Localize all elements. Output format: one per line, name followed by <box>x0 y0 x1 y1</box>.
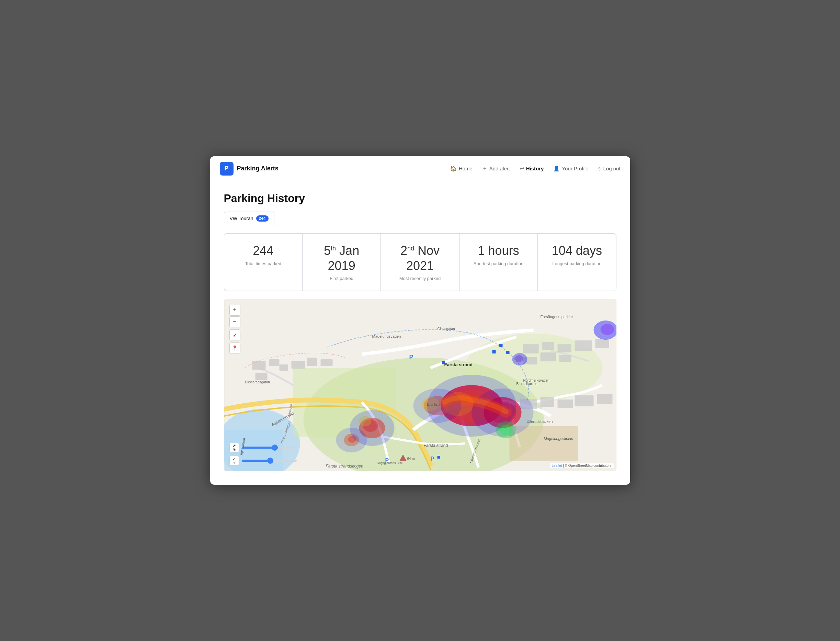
logout-icon: ⎋ <box>598 166 601 171</box>
page-title: Parking History <box>224 192 616 205</box>
add-icon: ＋ <box>482 165 487 172</box>
stat-shortest: 1 hours Shortest parking duration <box>460 234 538 290</box>
nav-profile[interactable]: 👤 Your Profile <box>553 166 588 172</box>
tab-label: VW Touran <box>230 216 253 221</box>
nav-home-label: Home <box>459 166 473 171</box>
stat-longest-value: 104 days <box>545 243 609 258</box>
nav-add-label: Add alert <box>489 166 510 171</box>
svg-rect-44 <box>492 350 496 353</box>
home-icon: 🏠 <box>450 166 457 172</box>
svg-rect-16 <box>574 340 592 351</box>
svg-point-72 <box>600 324 614 335</box>
svg-rect-17 <box>595 339 609 348</box>
slider1-track[interactable] <box>242 446 297 449</box>
zoom-out-button[interactable]: − <box>229 316 240 327</box>
slider-row-2: ⤢⤡ <box>229 456 297 465</box>
stat-recent-parked: 2nd Nov2021 Most recently parked <box>381 234 459 290</box>
nav-logout-label: Log out <box>603 166 620 171</box>
zoom-in-button[interactable]: + <box>229 305 240 316</box>
svg-text:P: P <box>430 456 434 462</box>
stat-first-value: 5th Jan 2019 <box>309 243 373 273</box>
svg-text:Forsängens parklek: Forsängens parklek <box>540 315 573 319</box>
app-window: P Parking Alerts 🏠 Home ＋ Add alert ↩ Hi… <box>210 156 630 484</box>
tabs: VW Touran 244 <box>224 212 616 225</box>
nav-home[interactable]: 🏠 Home <box>450 166 473 172</box>
svg-rect-11 <box>307 358 317 366</box>
stat-longest-label: Longest parking duration <box>545 261 609 266</box>
leaflet-link[interactable]: Leaflet <box>552 464 562 467</box>
slider1-thumb[interactable] <box>272 445 278 451</box>
svg-text:Brunksb...: Brunksb... <box>427 403 443 406</box>
svg-point-70 <box>500 425 512 435</box>
svg-rect-25 <box>597 394 612 404</box>
nav-links: 🏠 Home ＋ Add alert ↩ History 👤 Your Prof… <box>450 165 621 172</box>
logo-text: P <box>224 165 229 172</box>
stat-first-parked: 5th Jan 2019 First parked <box>303 234 381 290</box>
stat-shortest-label: Shortest parking duration <box>467 261 531 266</box>
svg-rect-45 <box>442 361 445 364</box>
navbar: P Parking Alerts 🏠 Home ＋ Add alert ↩ Hi… <box>210 156 630 181</box>
stat-first-label: First parked <box>309 276 373 281</box>
slider1-icon: ⤢⤡ <box>229 443 239 453</box>
svg-text:Skogsgläntans BRF: Skogsgläntans BRF <box>375 461 403 465</box>
stat-shortest-value: 1 hours <box>467 243 531 258</box>
svg-rect-15 <box>557 344 571 353</box>
svg-text:64 m: 64 m <box>407 457 415 461</box>
app-logo: P <box>220 162 233 176</box>
stat-total-parked: 244 Total times parked <box>224 234 303 290</box>
slider2-track[interactable] <box>242 460 297 462</box>
svg-rect-46 <box>437 456 440 459</box>
nav-history-label: History <box>526 166 544 171</box>
svg-point-74 <box>515 355 523 362</box>
map-attribution: Leaflet | © OpenStreetMap contributors <box>550 463 614 468</box>
map-sliders: ⤢⤡ ⤢⤡ <box>229 443 297 465</box>
svg-rect-14 <box>542 342 554 350</box>
svg-rect-24 <box>574 395 594 406</box>
svg-rect-19 <box>540 353 556 361</box>
stat-longest: 104 days Longest parking duration <box>538 234 616 290</box>
svg-text:P: P <box>385 457 389 464</box>
slider2-thumb[interactable] <box>267 457 274 464</box>
slider1-fill <box>242 446 275 449</box>
tab-badge: 244 <box>256 216 269 222</box>
svg-text:Brumsbacken: Brumsbacken <box>516 382 537 386</box>
stat-total-label: Total times parked <box>231 261 295 266</box>
svg-rect-10 <box>291 361 305 369</box>
stat-recent-value: 2nd Nov2021 <box>388 243 452 273</box>
svg-text:Farsta strand: Farsta strand <box>423 443 448 448</box>
svg-rect-20 <box>559 355 571 362</box>
nav-brand: P Parking Alerts <box>220 162 450 176</box>
svg-rect-23 <box>557 399 573 408</box>
svg-text:Magelungsvägen: Magelungsvägen <box>372 334 401 338</box>
nav-logout[interactable]: ⎋ Log out <box>598 166 620 171</box>
svg-rect-6 <box>252 361 266 370</box>
stat-recent-label: Most recently parked <box>388 276 452 281</box>
svg-rect-7 <box>269 359 279 366</box>
svg-text:Eksharadsgatan: Eksharadsgatan <box>245 380 270 384</box>
svg-rect-8 <box>255 373 267 380</box>
nav-history[interactable]: ↩ History <box>520 166 544 172</box>
svg-rect-9 <box>279 364 288 370</box>
nav-profile-label: Your Profile <box>562 166 588 171</box>
svg-rect-43 <box>506 351 509 354</box>
svg-text:P: P <box>409 354 413 361</box>
profile-icon: 👤 <box>553 166 560 172</box>
brand-name: Parking Alerts <box>237 165 278 172</box>
locate-button[interactable]: 📍 <box>229 343 240 353</box>
tab-vw-touran[interactable]: VW Touran 244 <box>224 212 274 225</box>
main-content: Parking History VW Touran 244 244 Total … <box>210 181 630 484</box>
svg-rect-12 <box>320 359 332 366</box>
svg-rect-13 <box>523 344 539 353</box>
nav-add-alert[interactable]: ＋ Add alert <box>482 165 510 172</box>
slider-row-1: ⤢⤡ <box>229 443 297 453</box>
svg-text:Farsta strandskogen: Farsta strandskogen <box>325 464 363 469</box>
slider2-fill <box>242 460 270 462</box>
svg-text:Farsta strand: Farsta strand <box>444 362 472 367</box>
map-container: Magelungsvägen Glavagatan Ågesta Brovag … <box>224 299 616 471</box>
map-controls: + − ⤢ 📍 <box>229 305 240 353</box>
fullscreen-button[interactable]: ⤢ <box>229 329 240 340</box>
history-icon: ↩ <box>520 166 524 172</box>
stat-total-value: 244 <box>231 243 295 258</box>
svg-rect-22 <box>540 397 554 407</box>
svg-point-68 <box>336 428 367 453</box>
